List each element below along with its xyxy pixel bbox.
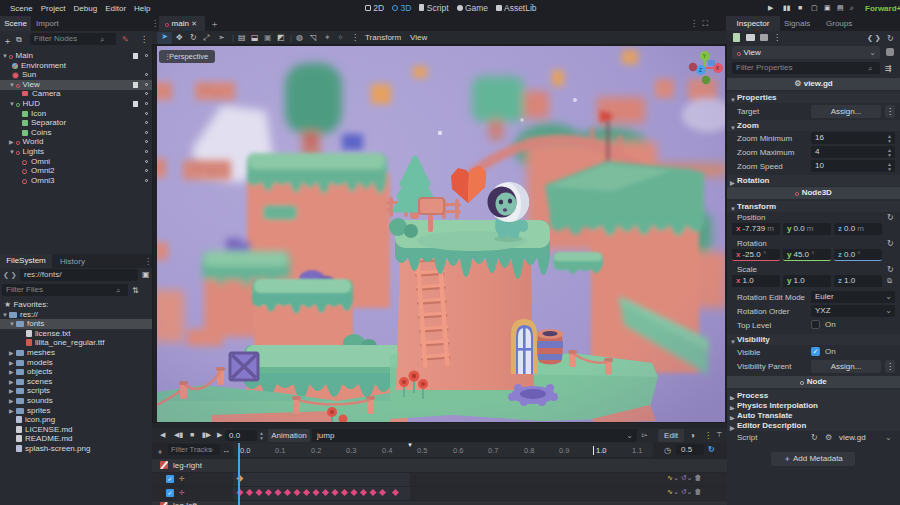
- svg-text:Z: Z: [699, 67, 702, 73]
- svg-text:Perspective: Perspective: [169, 52, 208, 61]
